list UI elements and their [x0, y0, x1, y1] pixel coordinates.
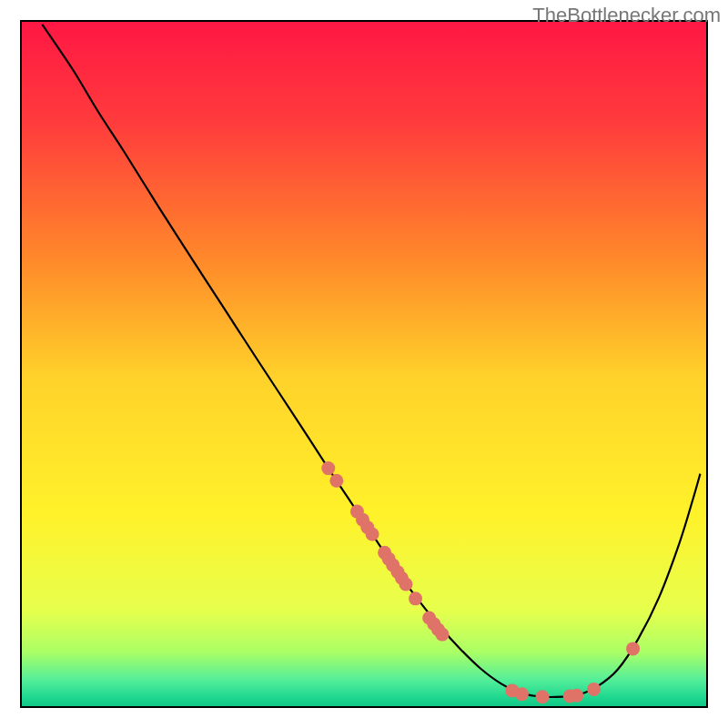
- gradient-background: [21, 21, 707, 707]
- data-point: [536, 690, 550, 703]
- data-point: [329, 474, 343, 488]
- data-point: [587, 682, 601, 696]
- data-point: [626, 642, 640, 655]
- data-point: [366, 527, 379, 541]
- data-point: [321, 461, 335, 475]
- data-point: [399, 578, 412, 592]
- attribution-label: TheBottlenecker.com: [532, 4, 721, 27]
- data-point: [570, 689, 583, 703]
- data-point: [515, 687, 529, 701]
- data-point: [435, 628, 449, 642]
- bottleneck-chart: [0, 0, 728, 728]
- data-point: [409, 592, 422, 605]
